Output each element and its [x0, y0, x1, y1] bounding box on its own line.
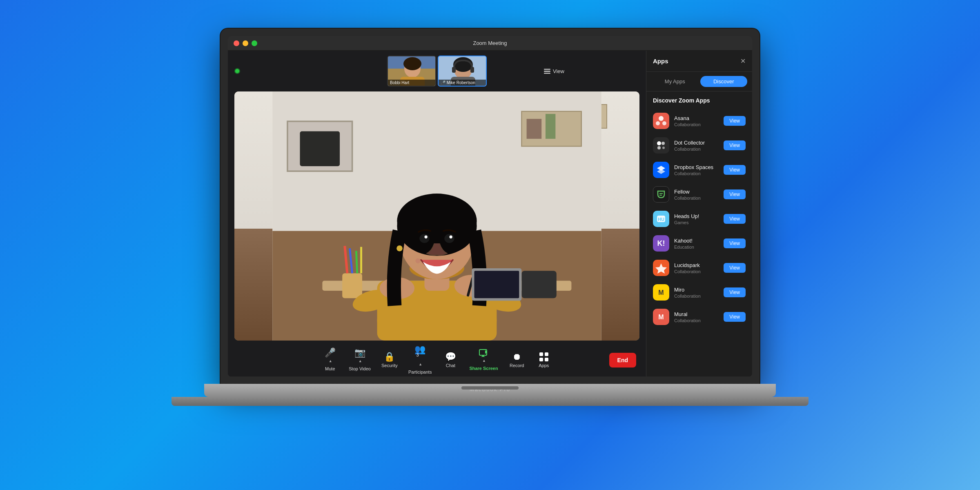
app-item-headsup: HU Heads Up! Games View — [646, 207, 752, 231]
app-category-mural: Collaboration — [674, 318, 719, 323]
traffic-lights — [234, 40, 257, 46]
app-view-button-dot-collector[interactable]: View — [724, 140, 746, 150]
svg-point-47 — [425, 236, 428, 238]
svg-rect-9 — [452, 67, 456, 73]
svg-point-3 — [403, 57, 421, 70]
svg-rect-22 — [546, 114, 555, 139]
mute-label: Mute — [325, 366, 335, 371]
participants-button[interactable]: 👥 3 ▲ Participants — [403, 343, 437, 376]
svg-point-62 — [656, 121, 660, 125]
app-info-dropbox: Dropbox Spaces Collaboration — [674, 164, 719, 176]
app-item-dot-collector: Dot Collector Collaboration View — [646, 133, 752, 158]
share-screen-label: Share Screen — [469, 366, 498, 371]
apps-button[interactable]: Apps — [531, 350, 557, 370]
svg-rect-10 — [470, 67, 474, 73]
app-info-mural: Mural Collaboration — [674, 311, 719, 323]
svg-point-65 — [662, 142, 665, 145]
maximize-button[interactable] — [252, 40, 257, 46]
app-info-asana: Asana Collaboration — [674, 115, 719, 127]
main-video — [234, 91, 639, 341]
view-label: View — [553, 68, 564, 74]
svg-point-66 — [657, 146, 661, 149]
svg-rect-59 — [539, 358, 543, 361]
laptop-base-bottom — [172, 397, 808, 406]
window-title: Zoom Meeting — [473, 40, 507, 46]
app-view-button-dropbox[interactable]: View — [724, 165, 746, 175]
app-item-asana: Asana Collaboration View — [646, 109, 752, 133]
apps-close-button[interactable]: ✕ — [740, 57, 746, 65]
app-info-kahoot: Kahoot! Education — [674, 238, 719, 249]
svg-point-46 — [444, 234, 454, 243]
video-area: Bobbi Hart — [228, 51, 646, 376]
app-name-lucidspark: Lucidspark — [674, 262, 719, 268]
tab-discover[interactable]: Discover — [700, 76, 748, 87]
svg-text:M: M — [658, 289, 664, 296]
svg-text:HU: HU — [658, 217, 664, 222]
top-bar: Bobbi Hart — [228, 51, 646, 91]
laptop-wrapper: Zoom Meeting — [172, 29, 808, 461]
stop-video-label: Stop Video — [349, 366, 371, 371]
app-view-button-kahoot[interactable]: View — [724, 238, 746, 248]
recording-indicator — [234, 68, 240, 74]
app-info-dot-collector: Dot Collector Collaboration — [674, 140, 719, 151]
thumbnail-mike[interactable]: 🎤 Mike Robertson — [438, 56, 487, 87]
app-view-button-fellow[interactable]: View — [724, 189, 746, 199]
thumbnail-label-mike: 🎤 Mike Robertson — [439, 80, 486, 86]
view-button[interactable]: View — [544, 68, 564, 74]
minimize-button[interactable] — [243, 40, 248, 46]
app-category-headsup: Games — [674, 220, 719, 225]
close-button[interactable] — [234, 40, 239, 46]
end-button[interactable]: End — [609, 353, 636, 368]
app-category-lucidspark: Collaboration — [674, 269, 719, 274]
app-icon-kahoot: K! — [653, 235, 669, 252]
apps-section-title: Discover Zoom Apps — [646, 91, 752, 107]
chat-label: Chat — [446, 363, 455, 368]
main-person-graphic — [234, 91, 639, 341]
app-item-fellow: Fellow Collaboration View — [646, 182, 752, 207]
svg-rect-19 — [300, 131, 340, 166]
svg-point-45 — [419, 234, 429, 243]
app-category-dot-collector: Collaboration — [674, 147, 719, 151]
svg-rect-56 — [481, 356, 485, 357]
svg-marker-75 — [655, 263, 667, 274]
share-screen-button[interactable]: ▲ Share Screen — [464, 346, 503, 374]
apps-icon — [539, 352, 548, 361]
app-icon-fellow — [653, 186, 669, 203]
toolbar: 🎤 ▲ Mute 📷 ▲ Stop Video — [228, 344, 646, 376]
app-category-kahoot: Education — [674, 245, 719, 249]
mute-button[interactable]: 🎤 ▲ Mute — [317, 346, 343, 374]
svg-rect-27 — [342, 273, 362, 298]
app-name-headsup: Heads Up! — [674, 213, 719, 219]
app-item-dropbox: Dropbox Spaces Collaboration View — [646, 158, 752, 182]
app-view-button-mural[interactable]: View — [724, 312, 746, 322]
app-view-button-headsup[interactable]: View — [724, 214, 746, 224]
apps-panel-title: Apps — [653, 58, 668, 65]
app-info-lucidspark: Lucidspark Collaboration — [674, 262, 719, 274]
app-view-button-miro[interactable]: View — [724, 287, 746, 297]
svg-point-64 — [657, 141, 661, 145]
app-item-miro: M Miro Collaboration View — [646, 280, 752, 305]
svg-rect-58 — [545, 352, 548, 356]
app-view-button-lucidspark[interactable]: View — [724, 263, 746, 273]
mute-caret: ▲ — [329, 359, 332, 363]
thumbnail-bobbi[interactable]: Bobbi Hart — [387, 56, 436, 87]
app-category-asana: Collaboration — [674, 122, 719, 127]
app-category-miro: Collaboration — [674, 294, 719, 298]
record-button[interactable]: ⏺ Record — [504, 350, 530, 370]
security-icon: 🔒 — [384, 352, 395, 361]
app-icon-headsup: HU — [653, 211, 669, 227]
app-item-kahoot: K! Kahoot! Education View — [646, 231, 752, 256]
security-button[interactable]: 🔒 Security — [376, 350, 403, 370]
svg-marker-69 — [657, 169, 665, 174]
app-view-button-asana[interactable]: View — [724, 116, 746, 126]
laptop-screen-bezel: Zoom Meeting — [220, 29, 760, 384]
mute-icon: 🎤 — [325, 348, 336, 357]
tab-my-apps[interactable]: My Apps — [651, 76, 699, 87]
stop-video-button[interactable]: 📷 ▲ Stop Video — [344, 346, 376, 374]
participants-label: Participants — [408, 370, 432, 374]
svg-rect-60 — [545, 358, 548, 361]
chat-button[interactable]: 💬 Chat — [437, 350, 463, 370]
share-screen-icon — [479, 349, 489, 357]
app-name-fellow: Fellow — [674, 189, 719, 195]
svg-rect-14 — [544, 73, 550, 74]
